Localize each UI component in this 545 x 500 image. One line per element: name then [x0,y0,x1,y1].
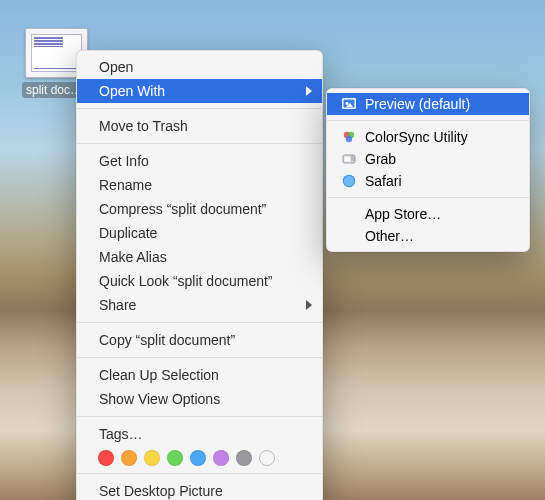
menu-item-open[interactable]: Open [77,55,322,79]
separator [77,416,322,417]
svg-point-2 [346,102,349,105]
submenu-item-grab[interactable]: Grab [327,148,529,170]
menu-item-compress[interactable]: Compress “split document” [77,197,322,221]
separator [77,108,322,109]
separator [77,322,322,323]
separator [327,120,529,121]
submenu-item-safari[interactable]: Safari [327,170,529,192]
submenu-item-label: Other… [365,228,414,244]
submenu-item-label: App Store… [365,206,441,222]
grab-icon [341,151,357,167]
open-with-submenu: Preview (default) ColorSync Utility Grab… [326,88,530,252]
tag-gray[interactable] [236,450,252,466]
tag-orange[interactable] [121,450,137,466]
svg-rect-7 [345,157,351,162]
tag-green[interactable] [167,450,183,466]
spacer-icon [341,206,357,222]
menu-item-open-with[interactable]: Open With [77,79,322,103]
menu-item-quick-look[interactable]: Quick Look “split document” [77,269,322,293]
submenu-item-app-store[interactable]: App Store… [327,203,529,225]
menu-item-get-info[interactable]: Get Info [77,149,322,173]
tag-yellow[interactable] [144,450,160,466]
context-menu: Open Open With Move to Trash Get Info Re… [76,50,323,500]
submenu-item-label: Safari [365,173,402,189]
separator [327,197,529,198]
separator [77,357,322,358]
menu-item-clean-up[interactable]: Clean Up Selection [77,363,322,387]
preview-icon [341,96,357,112]
spacer-icon [341,228,357,244]
tag-none[interactable] [259,450,275,466]
svg-point-5 [346,136,352,142]
submenu-arrow-icon [306,300,312,310]
tag-red[interactable] [98,450,114,466]
menu-item-label: Share [99,297,136,313]
separator [77,143,322,144]
menu-item-label: Open With [99,83,165,99]
submenu-item-label: Grab [365,151,396,167]
menu-item-copy[interactable]: Copy “split document” [77,328,322,352]
tag-blue[interactable] [190,450,206,466]
svg-point-9 [344,176,355,187]
tags-row [77,446,322,468]
menu-item-view-options[interactable]: Show View Options [77,387,322,411]
submenu-item-label: Preview (default) [365,96,470,112]
menu-item-make-alias[interactable]: Make Alias [77,245,322,269]
submenu-item-preview[interactable]: Preview (default) [327,93,529,115]
safari-icon [341,173,357,189]
menu-item-move-to-trash[interactable]: Move to Trash [77,114,322,138]
submenu-item-other[interactable]: Other… [327,225,529,247]
menu-item-tags[interactable]: Tags… [77,422,322,446]
colorsync-icon [341,129,357,145]
tag-purple[interactable] [213,450,229,466]
submenu-item-label: ColorSync Utility [365,129,468,145]
submenu-arrow-icon [306,86,312,96]
menu-item-duplicate[interactable]: Duplicate [77,221,322,245]
menu-item-share[interactable]: Share [77,293,322,317]
menu-item-set-desktop-picture[interactable]: Set Desktop Picture [77,479,322,500]
menu-item-rename[interactable]: Rename [77,173,322,197]
separator [77,473,322,474]
desktop: split document Open Open With Move to Tr… [0,0,545,500]
submenu-item-colorsync[interactable]: ColorSync Utility [327,126,529,148]
